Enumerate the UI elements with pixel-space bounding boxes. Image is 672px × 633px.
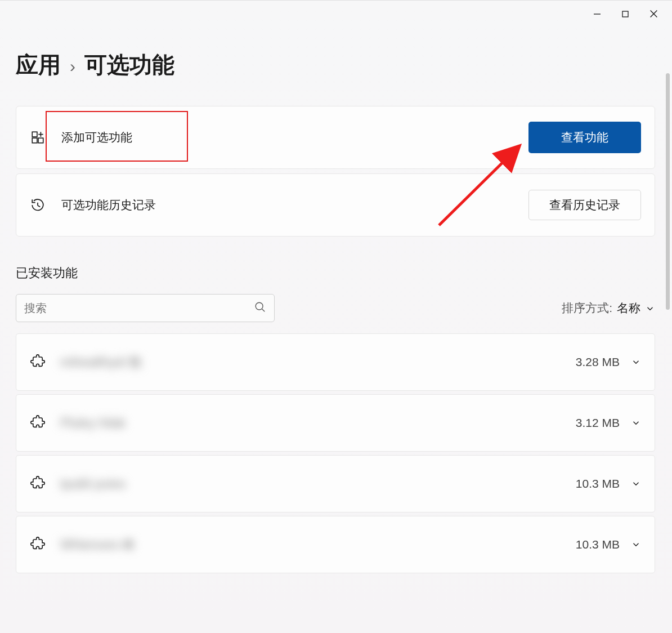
chevron-down-icon (631, 540, 641, 550)
sort-label: 排序方式: (562, 300, 612, 316)
svg-point-11 (256, 302, 263, 310)
history-card: 可选功能历史记录 查看历史记录 (16, 173, 655, 237)
search-icon (254, 301, 266, 315)
breadcrumb-current: 可选功能 (84, 50, 174, 81)
feature-name: Whtenoes 峰 (60, 536, 135, 554)
breadcrumb-parent[interactable]: 应用 (16, 50, 61, 81)
svg-line-10 (38, 206, 40, 207)
history-label: 可选功能历史记录 (61, 197, 156, 213)
chevron-down-icon (631, 479, 641, 489)
chevron-down-icon (645, 303, 655, 313)
maximize-button[interactable] (611, 2, 639, 26)
vertical-scrollbar[interactable] (663, 28, 672, 633)
feature-name: Pluley hilak (60, 416, 126, 431)
add-optional-card: 添加可选功能 查看功能 (16, 106, 655, 169)
puzzle-icon (30, 414, 46, 432)
scrollbar-thumb[interactable] (666, 73, 670, 310)
chevron-right-icon: › (70, 57, 75, 76)
search-input[interactable] (24, 302, 254, 315)
feature-row[interactable]: Pluley hilak 3.12 MB (16, 394, 655, 452)
puzzle-icon (30, 475, 46, 493)
view-features-button[interactable]: 查看功能 (528, 122, 641, 153)
svg-line-12 (262, 309, 265, 312)
feature-size: 3.28 MB (576, 355, 620, 369)
feature-name: mihealthyid 数 (60, 354, 142, 371)
feature-size: 10.3 MB (576, 538, 620, 551)
search-box[interactable] (16, 294, 275, 322)
breadcrumb: 应用 › 可选功能 (16, 50, 655, 81)
feature-size: 3.12 MB (576, 416, 620, 430)
chevron-down-icon (631, 418, 641, 428)
sort-value: 名称 (617, 300, 640, 316)
view-history-button[interactable]: 查看历史记录 (528, 190, 641, 220)
feature-name: tpubli poies (60, 476, 126, 492)
feature-size: 10.3 MB (576, 477, 620, 491)
svg-rect-6 (38, 138, 43, 143)
feature-row[interactable]: mihealthyid 数 3.28 MB (16, 333, 655, 391)
puzzle-icon (30, 536, 46, 554)
history-icon (30, 197, 46, 213)
feature-row[interactable]: tpubli poies 10.3 MB (16, 455, 655, 512)
puzzle-icon (30, 353, 46, 371)
add-grid-icon (30, 130, 46, 145)
feature-row[interactable]: Whtenoes 峰 10.3 MB (16, 516, 655, 573)
svg-rect-1 (622, 11, 628, 17)
sort-dropdown[interactable]: 排序方式: 名称 (562, 300, 655, 316)
close-button[interactable] (639, 2, 667, 26)
window-titlebar (0, 0, 672, 27)
installed-heading: 已安装功能 (16, 265, 655, 282)
svg-rect-5 (32, 138, 37, 143)
minimize-button[interactable] (583, 2, 611, 26)
chevron-down-icon (631, 357, 641, 367)
svg-rect-4 (32, 132, 37, 137)
add-optional-label: 添加可选功能 (61, 130, 132, 145)
